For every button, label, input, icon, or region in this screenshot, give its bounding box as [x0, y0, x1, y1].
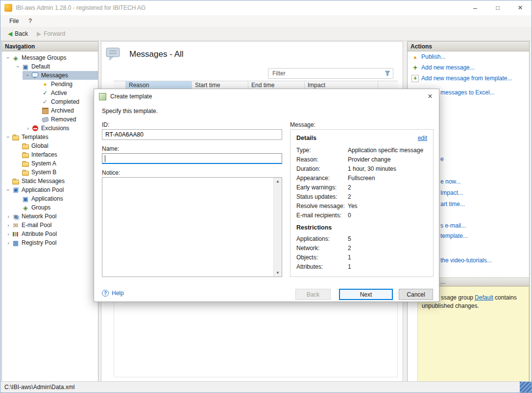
maximize-icon[interactable]: [486, 0, 509, 15]
chevron-down-icon[interactable]: [5, 54, 12, 61]
column-reason[interactable]: Reason: [126, 81, 192, 89]
folder-icon: [22, 160, 29, 167]
expander-placeholder: [15, 195, 22, 202]
statusbar: C:\IBI-aws\Admin\Data.xml: [0, 381, 532, 393]
menu-help[interactable]: ?: [24, 15, 37, 27]
detail-row-duration: Duration:1 hour, 30 minutes: [296, 164, 427, 173]
chevron-right-icon[interactable]: [5, 239, 12, 246]
restrictions-heading: Restrictions: [296, 224, 427, 231]
action-add-new-message[interactable]: Add new message...: [408, 62, 529, 73]
active-check-icon: [41, 90, 49, 97]
attribute-pool-icon: [12, 231, 20, 238]
tree-item-removed[interactable]: Removed: [2, 115, 98, 124]
folder-icon: [12, 134, 20, 141]
chevron-right-icon[interactable]: [5, 222, 12, 229]
chevron-right-icon[interactable]: [5, 231, 12, 237]
default-group-link[interactable]: Default: [475, 294, 493, 301]
message-groups-icon: [12, 54, 20, 62]
next-button[interactable]: Next: [339, 289, 393, 300]
dialog-titlebar[interactable]: Create template: [94, 89, 439, 104]
column-end-time[interactable]: End time: [248, 81, 305, 89]
removed-icon: [41, 116, 49, 123]
messages-header-icon: [105, 46, 123, 64]
help-link[interactable]: Help: [102, 290, 124, 297]
detail-row-type: Type:Application specific message: [296, 145, 427, 155]
cancel-button[interactable]: Cancel: [399, 289, 433, 300]
detail-row-resolve-message: Resolve message:Yes: [296, 201, 427, 210]
tree-item-attribute-pool[interactable]: Attribute Pool: [2, 230, 98, 238]
help-icon: [102, 290, 109, 297]
actions-header: Actions: [408, 42, 529, 51]
edit-link[interactable]: edit: [418, 135, 427, 141]
tree-item-active[interactable]: Active: [2, 89, 98, 97]
chevron-right-icon[interactable]: [24, 125, 31, 132]
action-fragment-export-excel[interactable]: messages to Excel...: [440, 89, 495, 96]
column-selector[interactable]: [114, 81, 126, 89]
chevron-down-icon[interactable]: [24, 72, 31, 79]
restriction-row-network: Network:2: [296, 243, 427, 253]
template-id-input[interactable]: [102, 129, 282, 140]
action-publish[interactable]: Publish...: [408, 51, 529, 62]
action-fragment-template[interactable]: template...: [440, 232, 468, 239]
tree-item-global[interactable]: Global: [2, 141, 98, 150]
tree-item-completed[interactable]: Completed: [2, 97, 98, 106]
action-fragment-video-tutorials[interactable]: the video-tutorials...: [440, 257, 492, 264]
chevron-down-icon[interactable]: [5, 134, 12, 140]
action-fragment-2[interactable]: e now...: [440, 178, 460, 185]
tree-item-applications[interactable]: Applications: [2, 194, 98, 203]
action-add-from-template[interactable]: Add new message from template...: [408, 73, 529, 84]
chevron-down-icon[interactable]: [15, 63, 22, 70]
template-notice-textarea[interactable]: [102, 178, 273, 277]
menu-file[interactable]: File: [4, 15, 24, 27]
close-window-icon[interactable]: [509, 0, 532, 15]
tree-item-archived[interactable]: Archived: [2, 106, 98, 115]
close-icon[interactable]: [425, 92, 435, 101]
create-template-icon: [99, 93, 106, 100]
completed-check-icon: [41, 98, 49, 106]
no-entry-icon: [31, 125, 39, 132]
tree-item-registry-pool[interactable]: Registry Pool: [2, 238, 98, 247]
action-fragment-email[interactable]: s e-mail...: [440, 222, 466, 229]
tree-item-templates[interactable]: Templates: [2, 133, 98, 141]
tree-item-network-pool[interactable]: Network Pool: [2, 212, 98, 221]
action-fragment-1[interactable]: e: [440, 156, 444, 162]
tree-item-exclusions[interactable]: Exclusions: [2, 124, 98, 133]
forward-button[interactable]: Forward: [32, 28, 70, 40]
action-fragment-impact[interactable]: Impact...: [440, 189, 463, 196]
navigation-header: Navigation: [2, 42, 98, 51]
template-name-input[interactable]: [102, 153, 282, 164]
tree-item-groups[interactable]: Groups: [2, 203, 98, 212]
column-start-time[interactable]: Start time: [192, 81, 248, 89]
tree-item-system-b[interactable]: System B: [2, 168, 98, 177]
registry-pool-icon: [12, 239, 20, 247]
tree-item-system-a[interactable]: System A: [2, 159, 98, 168]
window-controls: [464, 0, 532, 15]
filter-funnel-icon[interactable]: [382, 70, 393, 76]
tree-item-static-messages[interactable]: Static Messages: [2, 177, 98, 185]
note-line-2: unpublished changes.: [422, 302, 525, 310]
tree-item-application-pool[interactable]: Application Pool: [2, 185, 98, 194]
tree-item-message-groups[interactable]: Message Groups: [2, 53, 98, 62]
folder-icon: [22, 169, 29, 176]
expander-placeholder: [15, 160, 22, 167]
scroll-down-icon[interactable]: [276, 271, 280, 275]
chevron-right-icon[interactable]: [5, 213, 12, 220]
tree-item-email-pool[interactable]: E-mail Pool: [2, 221, 98, 230]
scrollbar[interactable]: [273, 178, 282, 277]
expander-placeholder: [15, 151, 22, 158]
tree-item-messages[interactable]: Messages: [23, 71, 98, 80]
scroll-up-icon[interactable]: [276, 179, 280, 184]
resize-grip[interactable]: [520, 382, 532, 393]
expander-placeholder: [15, 142, 22, 149]
detail-row-status-updates: Status updates:2: [296, 192, 427, 201]
tree-item-pending[interactable]: Pending: [2, 80, 98, 89]
minimize-icon[interactable]: [464, 0, 486, 15]
detail-row-early-warnings: Early warnings:2: [296, 183, 427, 192]
chevron-down-icon[interactable]: [5, 186, 12, 193]
column-impact[interactable]: Impact: [305, 81, 378, 89]
tree-item-interfaces[interactable]: Interfaces: [2, 150, 98, 159]
tree-item-default[interactable]: Default: [2, 62, 98, 71]
back-button[interactable]: Back: [3, 28, 32, 40]
action-fragment-start-time[interactable]: art time...: [440, 201, 465, 208]
filter-input[interactable]: [268, 70, 382, 77]
